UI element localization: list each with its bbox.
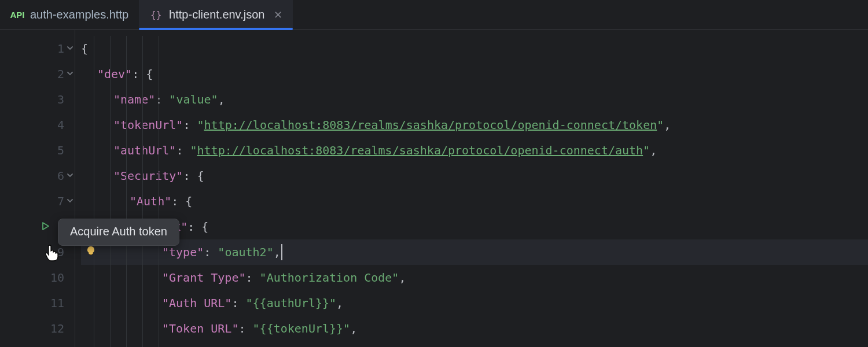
- token-punc: ,: [399, 271, 406, 285]
- token-key: "type": [162, 245, 204, 259]
- token-key: "authUrl": [113, 143, 176, 157]
- run-gutter-icon[interactable]: [41, 220, 50, 234]
- close-icon[interactable]: ✕: [274, 9, 282, 21]
- line-number: 2: [43, 67, 64, 81]
- token-key: "name": [113, 93, 155, 106]
- token-str: "{{tokenUrl}}": [253, 322, 351, 335]
- fold-chevron-icon[interactable]: [67, 44, 73, 53]
- token-key: "Auth URL": [162, 296, 231, 310]
- token-punc: :: [176, 143, 190, 157]
- code-line[interactable]: {: [81, 36, 868, 61]
- line-number: 3: [43, 93, 64, 106]
- token-punc: ,: [218, 93, 225, 106]
- token-str: "value": [169, 93, 218, 106]
- token-punc: : {: [183, 169, 204, 183]
- editor-gutter: 123456789101112: [0, 30, 75, 347]
- code-line[interactable]: "type": "oauth2",: [81, 239, 868, 265]
- token-punc: :: [246, 271, 260, 285]
- fold-chevron-icon[interactable]: [67, 197, 73, 206]
- token-punc: {: [81, 42, 88, 56]
- token-key: "Auth": [130, 194, 171, 208]
- code-line[interactable]: "authUrl": "http://localhost:8083/realms…: [81, 138, 868, 163]
- gutter-line: 12: [0, 316, 75, 341]
- token-punc: :: [155, 93, 169, 106]
- api-file-icon: API: [10, 8, 24, 22]
- pointer-cursor-icon: [44, 243, 60, 264]
- gutter-line: 5: [0, 138, 75, 163]
- code-line[interactable]: "Grant Type": "Authorization Code",: [81, 265, 868, 290]
- gutter-line: 3: [0, 87, 75, 112]
- code-line[interactable]: "Token URL": "{{tokenUrl}}",: [81, 316, 868, 341]
- token-key: "Grant Type": [162, 271, 246, 285]
- code-line[interactable]: "Auth URL": "{{authUrl}}",: [81, 290, 868, 316]
- token-punc: : {: [187, 220, 208, 234]
- token-str: ": [657, 118, 664, 132]
- token-punc: ,: [664, 118, 671, 132]
- code-line[interactable]: cloak": {: [81, 214, 868, 239]
- gutter-line: 6: [0, 163, 75, 189]
- token-punc: :: [231, 296, 245, 310]
- token-punc: :: [204, 245, 218, 259]
- token-key: "tokenUrl": [113, 118, 183, 132]
- code-line[interactable]: "dev": {: [81, 61, 868, 87]
- code-line[interactable]: "Auth": {: [81, 189, 868, 214]
- code-line[interactable]: "Security": {: [81, 163, 868, 189]
- fold-chevron-icon[interactable]: [67, 69, 73, 79]
- gutter-line: 4: [0, 112, 75, 138]
- token-key: "Token URL": [162, 322, 238, 335]
- token-key: "Security": [113, 169, 183, 183]
- line-number: 7: [43, 194, 64, 208]
- line-number: 12: [43, 322, 64, 335]
- line-number: 10: [43, 271, 64, 285]
- tab-label: auth-examples.http: [30, 8, 128, 21]
- token-str: ": [190, 143, 197, 157]
- token-str: "oauth2": [218, 245, 273, 259]
- editor-tabbar: API auth-examples.http {} http-client.en…: [0, 0, 868, 30]
- token-punc: ,: [350, 322, 357, 335]
- code-editor: 123456789101112 {"dev": {"name": "value"…: [0, 30, 868, 347]
- svg-rect-1: [90, 254, 93, 256]
- token-key: "dev": [97, 67, 132, 81]
- gutter-line: 2: [0, 61, 75, 87]
- tab-http-client-env[interactable]: {} http-client.env.json ✕: [139, 0, 293, 29]
- gutter-line: 7: [0, 189, 75, 214]
- gutter-line: 11: [0, 290, 75, 316]
- token-punc: :: [238, 322, 252, 335]
- text-caret: [281, 244, 282, 260]
- gutter-action-tooltip[interactable]: Acquire Auth token: [58, 219, 179, 246]
- line-number: 1: [43, 42, 64, 56]
- token-str: "Authorization Code": [260, 271, 399, 285]
- token-link[interactable]: http://localhost:8083/realms/sashka/prot…: [197, 143, 643, 157]
- token-punc: :: [183, 118, 197, 132]
- tooltip-text: Acquire Auth token: [70, 225, 167, 238]
- code-line[interactable]: "name": "value",: [81, 87, 868, 112]
- line-number: 11: [43, 296, 64, 310]
- gutter-line: 1: [0, 36, 75, 61]
- token-link[interactable]: http://localhost:8083/realms/sashka/prot…: [204, 118, 657, 132]
- token-str: ": [643, 143, 650, 157]
- intention-bulb-icon[interactable]: [86, 245, 96, 259]
- token-str: "{{authUrl}}": [246, 296, 337, 310]
- token-punc: : {: [171, 194, 192, 208]
- fold-chevron-icon[interactable]: [67, 171, 73, 180]
- line-number: 6: [43, 169, 64, 183]
- token-punc: ,: [650, 143, 657, 157]
- token-punc: ,: [274, 245, 281, 259]
- token-punc: ,: [336, 296, 343, 310]
- tab-label: http-client.env.json: [169, 8, 264, 21]
- code-line[interactable]: "tokenUrl": "http://localhost:8083/realm…: [81, 112, 868, 138]
- svg-text:{}: {}: [150, 9, 161, 20]
- line-number: 4: [43, 118, 64, 132]
- json-file-icon: {}: [149, 8, 163, 22]
- gutter-line: 10: [0, 265, 75, 290]
- code-area[interactable]: {"dev": {"name": "value","tokenUrl": "ht…: [75, 30, 868, 347]
- token-str: ": [197, 118, 204, 132]
- tab-auth-examples[interactable]: API auth-examples.http: [0, 0, 139, 29]
- line-number: 5: [43, 143, 64, 157]
